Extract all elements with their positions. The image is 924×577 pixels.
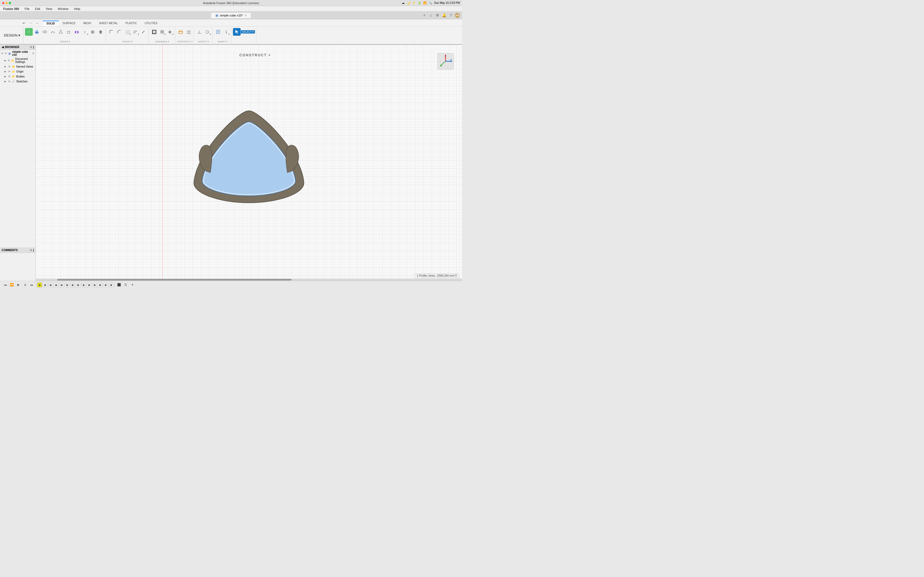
help-icon[interactable]: ? [448, 13, 453, 18]
close-button[interactable] [2, 2, 5, 4]
menu-bar: Fusion 360 File Edit View Window Help [0, 6, 462, 11]
midplane-button[interactable]: ◫ [185, 28, 192, 36]
settings-icon[interactable]: ⚙ [435, 13, 440, 18]
user-badge[interactable]: AR [455, 13, 460, 18]
timeline-item-13[interactable]: ■ [103, 282, 108, 287]
hole-button[interactable] [73, 28, 81, 36]
undo-button[interactable]: ↩ [21, 20, 27, 26]
extrude-button[interactable] [33, 28, 41, 36]
delete-button[interactable]: 🗑 [97, 28, 105, 36]
design-dropdown[interactable]: DESIGN ▾ [1, 27, 23, 44]
timeline-pause-btn[interactable]: ⏸ [22, 282, 28, 288]
measure-button[interactable] [195, 28, 203, 36]
menu-file[interactable]: File [23, 7, 31, 11]
browser-pin-btn[interactable]: | [33, 46, 34, 48]
sweep-button[interactable] [49, 28, 57, 36]
menu-help[interactable]: Help [73, 7, 81, 11]
loft-button[interactable] [57, 28, 65, 36]
shell-button[interactable]: ⬜ [123, 28, 131, 36]
scrollbar-thumb[interactable] [57, 279, 292, 280]
timeline-item-9[interactable]: ■ [81, 282, 86, 287]
comments-gear[interactable]: ⚙ [30, 249, 32, 252]
joint-button[interactable]: ⛓ [158, 28, 166, 36]
browser-bodies[interactable]: ▶ 👁 📁 Bodies [0, 74, 36, 79]
display-settings-btn[interactable]: ☰ [123, 282, 129, 288]
subtabs-row: ↩ ↪ → SOLID SURFACE MESH SHEET METAL PLA… [0, 19, 462, 27]
timeline-prev-btn[interactable]: ⏪ [9, 282, 15, 288]
align-button[interactable]: ⊞ [89, 28, 97, 36]
browser-root-item[interactable]: ▼ 👁 ▣ simple cube v10 ⚙ [0, 50, 36, 57]
insert-svg-button[interactable]: ⤵ [222, 28, 230, 36]
browser-named-views[interactable]: ▶ 👁 📁 Named Views [0, 64, 36, 69]
browser-sketches[interactable]: ▶ 👁 🖊 Sketches [0, 79, 36, 84]
move-bodies-button[interactable]: ↕ [81, 28, 89, 36]
timeline-end-btn[interactable]: ⏭ [29, 282, 35, 288]
offset-plane-button[interactable] [177, 28, 184, 36]
origin-eye[interactable]: 👁 [8, 70, 11, 73]
menu-view[interactable]: View [45, 7, 53, 11]
timeline-item-7[interactable]: ■ [70, 282, 75, 287]
minimize-button[interactable] [5, 2, 8, 4]
timeline-item-5[interactable]: ■ [59, 282, 64, 287]
timeline-item-3[interactable]: ■ [48, 282, 53, 287]
new-sketch-button[interactable]: + [25, 28, 33, 36]
subtab-plastic[interactable]: PLASTIC [121, 21, 141, 26]
menu-window[interactable]: Window [57, 7, 69, 11]
notification-icon[interactable]: 🔔 [442, 13, 447, 18]
select-button[interactable] [233, 28, 241, 36]
timeline-item-8[interactable]: ■ [76, 282, 81, 287]
menu-fusion360[interactable]: Fusion 360 [2, 7, 20, 11]
timeline-item-1[interactable]: ■ [37, 282, 42, 287]
maximize-button[interactable] [9, 2, 11, 4]
canvas-area[interactable]: CONSTRUCT > [36, 45, 462, 281]
timeline-item-4[interactable]: ■ [53, 282, 58, 287]
subtab-utilities[interactable]: UTILITIES [141, 21, 162, 26]
named-views-eye[interactable]: 👁 [8, 65, 11, 68]
timeline-play-btn[interactable]: ▶ [15, 282, 21, 288]
joint-origin-button[interactable]: ⊕ [166, 28, 174, 36]
revolve-button[interactable] [41, 28, 48, 36]
subtab-solid[interactable]: SOLID [43, 21, 59, 26]
scale-button[interactable]: ⤢ [139, 28, 147, 36]
chamfer-button[interactable] [115, 28, 123, 36]
timeline-item-10[interactable]: ■ [87, 282, 92, 287]
fillet-button[interactable] [108, 28, 115, 36]
root-eye-icon[interactable]: 👁 [5, 52, 7, 55]
redo-button[interactable]: ↪ [27, 20, 34, 26]
home-button[interactable]: ⌂ [428, 13, 433, 18]
browser-gear-btn[interactable]: ⚙ [30, 46, 32, 48]
menu-edit[interactable]: Edit [34, 7, 41, 11]
subtab-mesh[interactable]: MESH [79, 21, 95, 26]
timeline-start-btn[interactable]: ⏮ [2, 282, 8, 288]
tab-close-button[interactable]: ✕ [244, 14, 247, 17]
document-tab[interactable]: ▣ simple cube v10° ✕ [211, 12, 252, 18]
browser-origin[interactable]: ▶ 👁 📁 Origin [0, 69, 36, 74]
forward-button[interactable]: → [34, 20, 40, 26]
timeline-item-11[interactable]: ■ [92, 282, 97, 287]
browser-collapse-btn[interactable]: ◀ [2, 46, 4, 48]
bodies-eye[interactable]: 👁 [8, 75, 11, 78]
subtab-sheet-metal[interactable]: SHEET METAL [95, 21, 122, 26]
create-tools-row: + ◻ [25, 28, 105, 36]
subtab-surface[interactable]: SURFACE [59, 21, 79, 26]
timeline-item-12[interactable]: ■ [98, 282, 103, 287]
timeline-item-14[interactable]: ■ [108, 282, 113, 287]
draft-button[interactable]: ◸ [131, 28, 139, 36]
new-component-button[interactable]: 🔲 [150, 28, 158, 36]
view-cube-btn[interactable]: ⬛ [116, 282, 122, 288]
new-tab-button[interactable]: + [422, 13, 427, 18]
comments-pin[interactable]: | [33, 249, 34, 252]
timeline-item-6[interactable]: ■ [65, 282, 69, 287]
svg-rect-2 [35, 32, 39, 34]
browser-doc-settings[interactable]: ▶ 👁 📁 Document Settings [0, 57, 36, 64]
emboss-button[interactable]: ◻ [65, 28, 73, 36]
doc-settings-eye[interactable]: 👁 [7, 59, 10, 62]
sketches-eye[interactable]: 👁 [8, 80, 11, 83]
timeline-item-2[interactable]: ■ [43, 282, 48, 287]
interference-button[interactable]: ⬡ [204, 28, 211, 36]
effects-btn[interactable]: ✦ [129, 282, 135, 288]
search-icon: 🔍 [429, 2, 432, 5]
canvas-scrollbar[interactable] [36, 279, 462, 281]
insert-mesh-button[interactable] [214, 28, 222, 36]
root-settings-icon[interactable]: ⚙ [32, 52, 34, 55]
